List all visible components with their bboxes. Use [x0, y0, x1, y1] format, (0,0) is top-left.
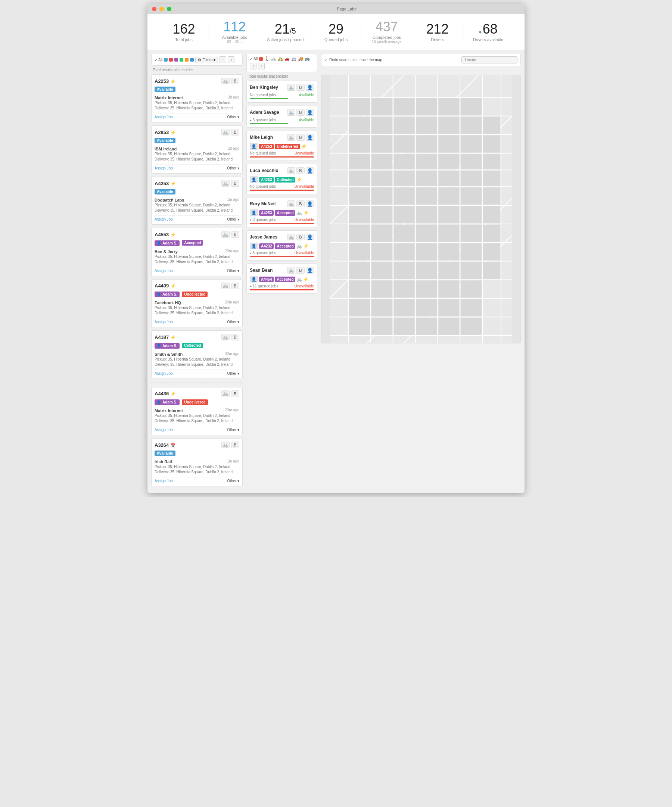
lightning-icon: ⚡ — [170, 79, 176, 84]
assign-job-link[interactable]: Assign Job — [155, 115, 173, 119]
bus-icon[interactable]: 🚌 — [304, 56, 310, 61]
other-dropdown[interactable]: Other ▾ — [227, 269, 239, 273]
queued-jobs-text: ▸ 11 queued jobs — [250, 284, 278, 288]
job-card-header: A4409 ⚡ 🚲 B — [155, 282, 239, 289]
job-card-header: A4553 ⚡ 🚲 B — [155, 231, 239, 238]
other-dropdown[interactable]: Other ▾ — [227, 428, 239, 432]
other-dropdown[interactable]: Other ▾ — [227, 115, 239, 119]
time-ago: 20m ago — [225, 408, 239, 412]
filter-dot-lightblue[interactable] — [190, 58, 194, 61]
other-dropdown[interactable]: Other ▾ — [227, 479, 239, 483]
queued-jobs-text: No queued jobs — [250, 93, 276, 97]
driver-icon-group: 🚲 B 👤 — [287, 234, 314, 241]
filters-button[interactable]: ⚙ Filters ▾ — [195, 57, 218, 63]
bike-icon: 🚲 — [221, 390, 230, 397]
badge-bike-icon: 🚲 — [296, 243, 302, 249]
svg-rect-47 — [483, 136, 500, 153]
filter-dot-purple[interactable] — [175, 58, 178, 61]
delivery-address: Delivery: 35, Hibernia Square, Dublin 2,… — [155, 418, 239, 423]
maximize-button[interactable] — [167, 7, 171, 11]
badge-lightning-icon: ⚡ — [303, 210, 309, 215]
driver-filter-red[interactable] — [259, 57, 263, 61]
driver-name: Luca Vecchio — [250, 168, 285, 173]
car-icon[interactable]: 🚗 — [284, 56, 290, 61]
minimize-button[interactable] — [160, 7, 164, 11]
assign-job-link[interactable]: Assign Job — [155, 269, 173, 273]
svg-rect-113 — [438, 318, 459, 335]
agent-icon: 👤 — [157, 241, 161, 245]
job-id: A2253 ⚡ — [155, 78, 221, 84]
bike-icon[interactable]: 🚲 — [271, 56, 276, 61]
assign-job-link[interactable]: Assign Job — [155, 320, 173, 324]
assign-job-link[interactable]: Assign Job — [155, 428, 173, 432]
driver-bottom: No queued jobs Unavailable — [250, 151, 314, 155]
driver-name: Adam Savage — [250, 110, 285, 115]
assign-job-link[interactable]: Assign Job — [155, 217, 173, 221]
time-ago: 30m ago — [225, 352, 239, 356]
svg-rect-43 — [394, 136, 415, 153]
svg-rect-65 — [416, 188, 437, 204]
svg-rect-41 — [349, 136, 370, 153]
status-badge: Available — [155, 86, 175, 92]
filter-dot-red[interactable] — [169, 58, 173, 61]
driver-job-row: 👤 A4232 Accepted 🚲⚡ — [250, 242, 314, 249]
filter-dot-green[interactable] — [180, 58, 183, 61]
other-dropdown[interactable]: Other ▾ — [227, 166, 239, 170]
job-id: A2853 ⚡ — [155, 130, 221, 135]
redo-search-option[interactable]: ✓ Redo search as I move the map — [324, 58, 382, 62]
walk-icon[interactable]: 🚶 — [264, 56, 269, 61]
availability-bar — [250, 189, 314, 191]
drivers-results-text: Total results placeholder — [246, 74, 317, 78]
moped-icon[interactable]: 🛵 — [278, 56, 283, 61]
job-id: A4409 ⚡ — [155, 283, 221, 289]
driver-sort-asc[interactable]: ↑ — [250, 63, 256, 70]
sort-asc-button[interactable]: ↑ — [220, 56, 226, 63]
other-dropdown[interactable]: Other ▾ — [227, 320, 239, 324]
drivers-label: Drivers — [416, 37, 459, 42]
assign-job-link[interactable]: Assign Job — [155, 479, 173, 483]
assign-job-link[interactable]: Assign Job — [155, 166, 173, 170]
jobs-all-check[interactable]: ✓ All — [155, 58, 162, 62]
svg-rect-112 — [416, 318, 437, 335]
pickup-address: Pickup: 35, Hibernia Square, Dublin 2, I… — [155, 203, 239, 208]
sort-desc-button[interactable]: ↓ — [228, 56, 235, 63]
job-id-label: A4253 — [261, 144, 272, 149]
other-dropdown[interactable]: Other ▾ — [227, 371, 239, 375]
other-dropdown[interactable]: Other ▾ — [227, 217, 239, 221]
driver-sort-desc[interactable]: ↓ — [258, 63, 265, 70]
driver-job-row: 👤 A4253 Undelivered ⚡ — [250, 143, 314, 150]
filter-icon: ⚙ — [198, 58, 201, 62]
status-badge: Accepted — [182, 240, 203, 246]
locate-input[interactable] — [461, 56, 517, 63]
svg-rect-93 — [416, 262, 437, 279]
stat-queued-jobs: 29 Queued jobs — [311, 22, 362, 42]
availability-text: Unavailable — [294, 184, 314, 189]
filter-dot-blue[interactable] — [164, 58, 168, 61]
svg-rect-109 — [349, 318, 370, 335]
map-container[interactable] — [321, 75, 521, 344]
delivery-address: Delivery: 35, Hibernia Square, Dublin 2,… — [155, 470, 239, 475]
bike-icon: 🚲 — [221, 231, 230, 238]
svg-rect-96 — [483, 262, 500, 279]
van-icon[interactable]: 🚐 — [291, 56, 296, 61]
close-button[interactable] — [152, 7, 156, 11]
truck-icon[interactable]: 🚚 — [298, 56, 303, 61]
svg-rect-104 — [371, 299, 393, 316]
assign-job-link[interactable]: Assign Job — [155, 371, 173, 375]
stat-total-jobs: 162 Total jobs — [159, 22, 210, 42]
drivers-all-check[interactable]: ✓ All — [250, 57, 258, 61]
job-id-label: A4253 — [261, 178, 272, 182]
driver-bottom: ▸ 3 queued jobs Available — [250, 118, 314, 122]
job-footer: Assign Job Other ▾ — [155, 370, 239, 375]
svg-rect-64 — [394, 188, 415, 204]
svg-rect-78 — [394, 225, 415, 242]
queued-jobs-text: ▸ 6 queued jobs — [250, 251, 276, 255]
job-card: A4409 ⚡ 🚲 B 👤 Adam S. Uncollected Facebo… — [151, 279, 243, 328]
svg-rect-59 — [438, 171, 459, 186]
job-status-row: Available — [155, 86, 239, 94]
b-icon: B — [296, 167, 304, 174]
job-id-label: A4232 — [261, 244, 272, 248]
filter-dot-orange[interactable] — [185, 58, 188, 61]
bike-icon: 🚲 — [287, 201, 295, 207]
time-ago: 20m ago — [225, 249, 239, 253]
